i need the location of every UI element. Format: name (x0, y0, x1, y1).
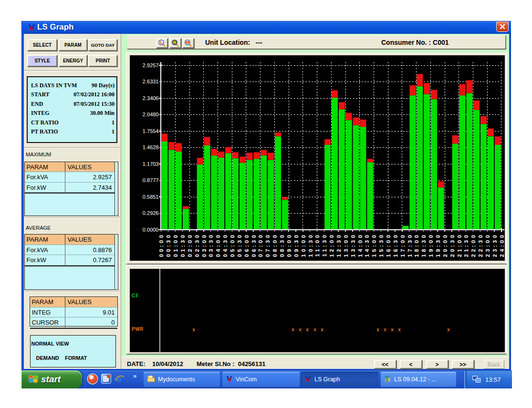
svg-text:14:30: 14:30 (364, 233, 370, 257)
svg-text:11:30: 11:30 (322, 233, 327, 257)
svg-text:11:00: 11:00 (314, 233, 320, 257)
svg-text:15:00: 15:00 (371, 233, 377, 257)
svg-text:02:30: 02:30 (194, 233, 200, 257)
svg-text:05:00: 05:00 (229, 233, 235, 257)
svg-text:06:00: 06:00 (244, 233, 250, 257)
svg-text:0.2926: 0.2926 (143, 210, 159, 216)
svg-text:1.1703: 1.1703 (143, 161, 159, 167)
svg-text:12:30: 12:30 (336, 233, 342, 257)
svg-text:x: x (299, 327, 302, 332)
svg-text:24:00: 24:00 (499, 233, 505, 257)
svg-text:05:30: 05:30 (237, 233, 242, 257)
svg-text:0.0000: 0.0000 (143, 227, 159, 233)
svg-text:16:30: 16:30 (393, 233, 398, 257)
svg-text:x: x (313, 327, 316, 332)
svg-text:03:00: 03:00 (201, 233, 207, 257)
svg-text:13:30: 13:30 (350, 233, 356, 257)
svg-text:02:00: 02:00 (187, 233, 193, 257)
svg-text:20:30: 20:30 (449, 233, 455, 257)
svg-text:x: x (391, 327, 394, 332)
svg-text:09:00: 09:00 (286, 233, 292, 257)
svg-text:17:00: 17:00 (400, 233, 406, 257)
svg-text:21:30: 21:30 (463, 233, 469, 257)
svg-text:0.5851: 0.5851 (143, 194, 159, 200)
svg-text:2.3406: 2.3406 (143, 95, 159, 101)
svg-text:x: x (321, 327, 323, 332)
svg-text:16:00: 16:00 (386, 233, 391, 257)
svg-text:x: x (192, 327, 195, 332)
svg-text:10:00: 10:00 (301, 233, 306, 257)
svg-text:07:30: 07:30 (265, 233, 271, 257)
svg-text:2.6331: 2.6331 (143, 79, 159, 84)
svg-text:15:30: 15:30 (378, 233, 384, 257)
svg-text:M: M (186, 40, 189, 45)
svg-text:13:00: 13:00 (343, 233, 349, 257)
svg-text:x: x (447, 327, 450, 332)
svg-text:2.9257: 2.9257 (143, 62, 159, 68)
svg-text:03:30: 03:30 (208, 233, 214, 257)
svg-text:18:30: 18:30 (421, 233, 427, 257)
svg-text:20:00: 20:00 (442, 233, 448, 257)
svg-text:L: L (160, 40, 162, 45)
svg-text:09:30: 09:30 (293, 233, 299, 257)
svg-text:04:30: 04:30 (222, 233, 228, 257)
svg-text:CF: CF (132, 293, 139, 298)
svg-text:22:00: 22:00 (470, 233, 476, 257)
svg-text:22:30: 22:30 (478, 233, 483, 257)
svg-text:23:00: 23:00 (485, 233, 490, 257)
svg-text:x: x (306, 327, 309, 332)
svg-text:07:00: 07:00 (258, 233, 263, 257)
svg-text:04:00: 04:00 (215, 233, 221, 257)
svg-text:19:00: 19:00 (428, 233, 434, 257)
svg-text:21:00: 21:00 (457, 233, 462, 257)
svg-text:06:30: 06:30 (251, 233, 257, 257)
svg-text:18:00: 18:00 (414, 233, 419, 257)
svg-text:10:30: 10:30 (308, 233, 313, 257)
svg-text:1.7554: 1.7554 (143, 128, 159, 134)
svg-text:e: e (116, 374, 122, 384)
svg-text:00:30: 00:30 (166, 233, 171, 257)
svg-text:2.0480: 2.0480 (143, 112, 159, 117)
svg-text:12:00: 12:00 (329, 233, 334, 257)
svg-text:x: x (292, 327, 294, 332)
svg-text:19:30: 19:30 (435, 233, 441, 257)
svg-text:14:00: 14:00 (357, 233, 363, 257)
svg-text:x: x (398, 327, 401, 332)
svg-text:PWR: PWR (132, 326, 144, 332)
svg-text:x: x (376, 327, 379, 332)
svg-text:01:30: 01:30 (180, 233, 186, 257)
svg-text:00:00: 00:00 (158, 233, 164, 257)
svg-text:17:30: 17:30 (407, 233, 413, 257)
svg-text:0.8777: 0.8777 (143, 177, 159, 183)
svg-text:x: x (384, 327, 386, 332)
svg-text:23:30: 23:30 (492, 233, 498, 257)
svg-text:08:00: 08:00 (272, 233, 278, 257)
svg-text:1.4628: 1.4628 (143, 144, 159, 150)
svg-text:08:30: 08:30 (279, 233, 285, 257)
svg-text:01:00: 01:00 (173, 233, 178, 257)
